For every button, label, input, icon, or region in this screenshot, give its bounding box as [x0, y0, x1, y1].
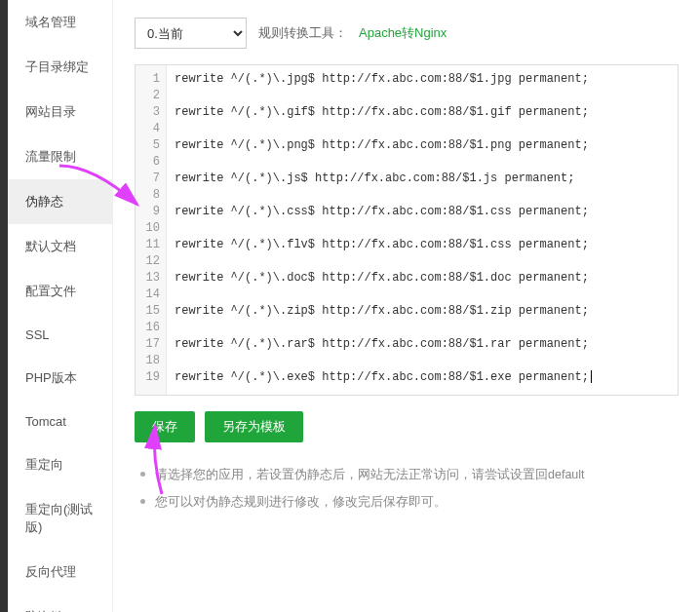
- apache-to-nginx-link[interactable]: Apache转Nginx: [359, 24, 447, 42]
- sidebar-item-label: 反向代理: [25, 564, 76, 579]
- editor-gutter: 12345678910111213141516171819: [136, 65, 167, 395]
- sidebar-item-domain[interactable]: 域名管理: [8, 0, 112, 45]
- main-content: 0.当前 规则转换工具： Apache转Nginx 12345678910111…: [113, 0, 700, 612]
- sidebar-item-label: 流量限制: [25, 149, 76, 164]
- hint-item: 您可以对伪静态规则进行修改，修改完后保存即可。: [140, 491, 679, 513]
- sidebar-item-label: SSL: [25, 327, 50, 342]
- sidebar-item-label: 子目录绑定: [25, 59, 89, 74]
- sidebar-item-label: 配置文件: [25, 284, 76, 298]
- sidebar-item-redirect-beta[interactable]: 重定向(测试版): [8, 487, 112, 550]
- code-editor[interactable]: 12345678910111213141516171819 rewrite ^/…: [135, 64, 679, 396]
- sidebar-item-label: 网站目录: [25, 104, 76, 119]
- save-button[interactable]: 保存: [135, 411, 195, 442]
- button-row: 保存 另存为模板: [135, 411, 679, 442]
- sidebar: 域名管理 子目录绑定 网站目录 流量限制 伪静态 默认文档 配置文件 SSL P…: [8, 0, 113, 612]
- bullet-icon: [140, 472, 145, 477]
- template-select[interactable]: 0.当前: [135, 18, 247, 49]
- sidebar-item-label: 重定向: [25, 457, 63, 472]
- sidebar-item-label: 重定向(测试版): [25, 502, 93, 534]
- sidebar-item-traffic[interactable]: 流量限制: [8, 134, 112, 179]
- sidebar-item-sitedir[interactable]: 网站目录: [8, 90, 112, 134]
- sidebar-item-label: 伪静态: [25, 194, 63, 209]
- sidebar-item-tomcat[interactable]: Tomcat: [8, 401, 112, 442]
- sidebar-item-reverse-proxy[interactable]: 反向代理: [8, 550, 112, 594]
- sidebar-item-label: 域名管理: [25, 15, 76, 29]
- sidebar-item-default-doc[interactable]: 默认文档: [8, 224, 112, 269]
- sidebar-item-redirect[interactable]: 重定向: [8, 442, 112, 487]
- sidebar-item-label: 默认文档: [25, 239, 76, 253]
- sidebar-item-hotlink[interactable]: 防盗链: [8, 594, 112, 612]
- save-as-template-button[interactable]: 另存为模板: [205, 411, 303, 442]
- sidebar-item-ssl[interactable]: SSL: [8, 314, 112, 356]
- hint-list: 请选择您的应用，若设置伪静态后，网站无法正常访问，请尝试设置回default 您…: [135, 464, 679, 513]
- hint-item: 请选择您的应用，若设置伪静态后，网站无法正常访问，请尝试设置回default: [140, 464, 679, 485]
- hint-text: 请选择您的应用，若设置伪静态后，网站无法正常访问，请尝试设置回default: [155, 464, 585, 485]
- sidebar-item-config[interactable]: 配置文件: [8, 269, 112, 314]
- hint-text: 您可以对伪静态规则进行修改，修改完后保存即可。: [155, 491, 447, 513]
- sidebar-item-subdir[interactable]: 子目录绑定: [8, 45, 112, 90]
- tool-label: 规则转换工具：: [258, 24, 347, 42]
- top-row: 0.当前 规则转换工具： Apache转Nginx: [135, 18, 679, 49]
- sidebar-item-label: PHP版本: [25, 370, 77, 385]
- sidebar-item-pseudo-static[interactable]: 伪静态: [8, 179, 112, 224]
- sidebar-item-php[interactable]: PHP版本: [8, 356, 112, 401]
- left-strip: [0, 0, 8, 612]
- sidebar-item-label: Tomcat: [25, 414, 66, 429]
- editor-code-area[interactable]: rewrite ^/(.*)\.jpg$ http://fx.abc.com:8…: [167, 65, 678, 395]
- bullet-icon: [140, 499, 145, 504]
